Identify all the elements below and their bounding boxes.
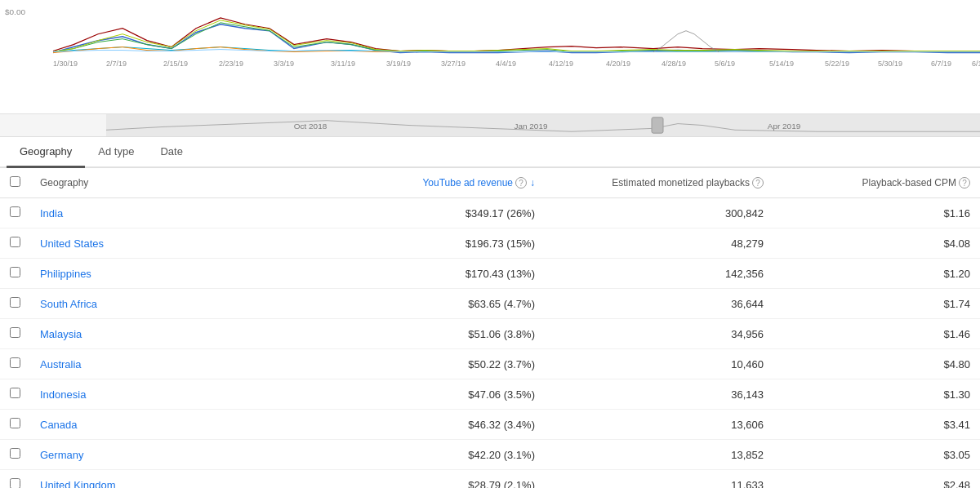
row-checkbox-cell[interactable] [0, 440, 30, 470]
svg-text:2/23/19: 2/23/19 [219, 60, 243, 68]
country-cell[interactable]: Malaysia [30, 319, 316, 349]
row-checkbox-cell[interactable] [0, 379, 30, 410]
svg-text:3/27/19: 3/27/19 [441, 60, 466, 68]
row-checkbox-9[interactable] [10, 478, 20, 488]
svg-text:5/22/19: 5/22/19 [825, 60, 849, 68]
row-checkbox-cell[interactable] [0, 259, 30, 289]
cpm-cell: $1.30 [773, 379, 980, 410]
svg-text:$0.00: $0.00 [5, 7, 25, 16]
cpm-cell: $4.08 [773, 228, 980, 259]
svg-text:4/12/19: 4/12/19 [549, 60, 573, 68]
revenue-cell: $170.43 (13%) [316, 259, 545, 289]
cpm-cell: $2.48 [773, 470, 980, 489]
table-row: Australia $50.22 (3.7%) 10,460 $4.80 [0, 349, 980, 379]
row-checkbox-0[interactable] [10, 206, 20, 217]
cpm-cell: $1.46 [773, 319, 980, 349]
tabs-row: Geography Ad type Date [0, 137, 980, 168]
playbacks-header: Estimated monetized playbacks ? [545, 168, 773, 198]
playbacks-cell: 13,606 [545, 410, 773, 440]
svg-text:4/28/19: 4/28/19 [662, 60, 686, 68]
tab-geography[interactable]: Geography [7, 137, 85, 168]
cpm-header: Playback-based CPM ? [773, 168, 980, 198]
revenue-cell: $51.06 (3.8%) [316, 319, 545, 349]
timeline-minimap[interactable]: Oct 2018 Jan 2019 Apr 2019 [0, 114, 980, 137]
row-checkbox-1[interactable] [10, 237, 20, 247]
playbacks-cell: 13,852 [545, 440, 773, 470]
chart-area: $0.00 1/30/19 2/7/19 2/15/19 2/23/19 3/3… [0, 0, 980, 114]
revenue-header[interactable]: YouTube ad revenue ? ↓ [316, 168, 545, 198]
row-checkbox-4[interactable] [10, 327, 20, 338]
row-checkbox-3[interactable] [10, 297, 20, 308]
svg-text:3/11/19: 3/11/19 [331, 60, 355, 68]
playbacks-info-icon[interactable]: ? [752, 177, 764, 189]
row-checkbox-6[interactable] [10, 388, 20, 398]
country-cell[interactable]: Indonesia [30, 379, 316, 410]
revenue-cell: $63.65 (4.7%) [316, 289, 545, 319]
cpm-info-icon[interactable]: ? [959, 177, 970, 189]
country-cell[interactable]: United Kingdom [30, 470, 316, 489]
revenue-cell: $42.20 (3.1%) [316, 440, 545, 470]
country-cell[interactable]: Canada [30, 410, 316, 440]
revenue-cell: $196.73 (15%) [316, 228, 545, 259]
revenue-cell: $47.06 (3.5%) [316, 379, 545, 410]
country-cell[interactable]: South Africa [30, 289, 316, 319]
table-row: India $349.17 (26%) 300,842 $1.16 [0, 198, 980, 228]
table-row: Philippines $170.43 (13%) 142,356 $1.20 [0, 259, 980, 289]
row-checkbox-cell[interactable] [0, 470, 30, 489]
svg-text:5/6/19: 5/6/19 [715, 60, 735, 68]
table-row: United States $196.73 (15%) 48,279 $4.08 [0, 228, 980, 259]
svg-text:2/15/19: 2/15/19 [163, 60, 188, 68]
playbacks-cell: 10,460 [545, 349, 773, 379]
table-row: Malaysia $51.06 (3.8%) 34,956 $1.46 [0, 319, 980, 349]
sort-desc-icon: ↓ [530, 177, 535, 189]
tab-adtype[interactable]: Ad type [85, 137, 147, 168]
row-checkbox-7[interactable] [10, 418, 20, 428]
row-checkbox-cell[interactable] [0, 319, 30, 349]
playbacks-cell: 36,143 [545, 379, 773, 410]
svg-text:4/20/19: 4/20/19 [606, 60, 630, 68]
playbacks-cell: 34,956 [545, 319, 773, 349]
cpm-cell: $3.05 [773, 440, 980, 470]
country-cell[interactable]: Germany [30, 440, 316, 470]
select-all-header[interactable] [0, 168, 30, 198]
cpm-cell: $1.74 [773, 289, 980, 319]
svg-text:1/30/19: 1/30/19 [53, 60, 78, 68]
tab-date[interactable]: Date [147, 137, 195, 168]
table-row: Canada $46.32 (3.4%) 13,606 $3.41 [0, 410, 980, 440]
svg-text:5/14/19: 5/14/19 [769, 60, 794, 68]
svg-text:3/3/19: 3/3/19 [274, 60, 294, 68]
playbacks-cell: 142,356 [545, 259, 773, 289]
svg-text:6/7/19: 6/7/19 [931, 60, 951, 68]
row-checkbox-cell[interactable] [0, 228, 30, 259]
row-checkbox-cell[interactable] [0, 410, 30, 440]
row-checkbox-2[interactable] [10, 267, 20, 277]
table-row: South Africa $63.65 (4.7%) 36,644 $1.74 [0, 289, 980, 319]
svg-text:Apr 2019: Apr 2019 [768, 122, 801, 131]
svg-text:6/15/19: 6/15/19 [972, 60, 980, 68]
svg-text:4/4/19: 4/4/19 [496, 60, 516, 68]
country-cell[interactable]: India [30, 198, 316, 228]
playbacks-cell: 11,633 [545, 470, 773, 489]
table-row: United Kingdom $28.79 (2.1%) 11,633 $2.4… [0, 470, 980, 489]
row-checkbox-cell[interactable] [0, 289, 30, 319]
svg-text:Jan 2019: Jan 2019 [514, 122, 547, 131]
country-cell[interactable]: Philippines [30, 259, 316, 289]
playbacks-cell: 300,842 [545, 198, 773, 228]
table-row: Indonesia $47.06 (3.5%) 36,143 $1.30 [0, 379, 980, 410]
revenue-info-icon[interactable]: ? [515, 177, 527, 189]
svg-text:3/19/19: 3/19/19 [386, 60, 411, 68]
country-cell[interactable]: Australia [30, 349, 316, 379]
select-all-checkbox[interactable] [10, 176, 20, 187]
svg-rect-21 [652, 118, 663, 133]
svg-text:5/30/19: 5/30/19 [878, 60, 902, 68]
playbacks-cell: 48,279 [545, 228, 773, 259]
row-checkbox-cell[interactable] [0, 198, 30, 228]
svg-text:2/7/19: 2/7/19 [106, 60, 127, 68]
geography-header: Geography [30, 168, 316, 198]
playbacks-cell: 36,644 [545, 289, 773, 319]
row-checkbox-8[interactable] [10, 448, 20, 459]
country-cell[interactable]: United States [30, 228, 316, 259]
row-checkbox-cell[interactable] [0, 349, 30, 379]
row-checkbox-5[interactable] [10, 357, 20, 368]
revenue-cell: $28.79 (2.1%) [316, 470, 545, 489]
